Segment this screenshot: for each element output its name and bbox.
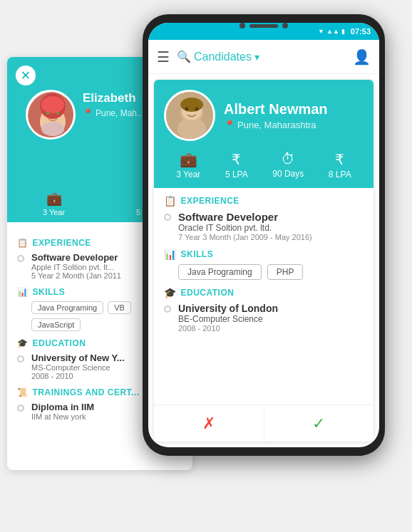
candidate-avatar bbox=[164, 90, 215, 141]
edu-content: University of London BE-Computer Science… bbox=[178, 303, 278, 333]
skills-section-icon: 📊 bbox=[164, 249, 177, 260]
education-icon: 🎓 bbox=[17, 338, 29, 348]
menu-icon[interactable]: ☰ bbox=[157, 48, 170, 66]
wifi-icon: ▼ bbox=[318, 28, 324, 35]
svg-point-5 bbox=[46, 112, 49, 115]
phone-inner: ▼ ▲▲ ▮ 07:53 ☰ 🔍 Candidates ▾ 👤 bbox=[148, 23, 379, 447]
stat-salary-value: 5 LPA bbox=[225, 169, 248, 179]
bg-degree: MS-Computer Science bbox=[31, 363, 125, 372]
svg-point-14 bbox=[195, 108, 199, 111]
reject-button[interactable]: ✗ bbox=[154, 405, 264, 442]
location-pin-icon: 📍 bbox=[83, 108, 93, 118]
education-section-title: 🎓 EDUCATION bbox=[164, 287, 364, 298]
svg-point-10 bbox=[177, 118, 206, 140]
phone-top bbox=[240, 23, 288, 28]
stat-exp-value: 3 Year bbox=[176, 169, 200, 179]
action-bar: ✗ ✓ bbox=[154, 405, 374, 442]
edu-timeline-dot bbox=[164, 306, 171, 313]
card-body: 📋 EXPERIENCE Software Developer Oracle I… bbox=[154, 188, 374, 405]
timeline-dot bbox=[17, 255, 24, 262]
chevron-down-icon[interactable]: ▾ bbox=[254, 51, 259, 63]
stat-experience: 💼 3 Year bbox=[176, 151, 200, 179]
bg-edu-years: 2008 - 2010 bbox=[31, 372, 125, 380]
education-section-icon: 🎓 bbox=[164, 287, 177, 298]
phone-camera-2 bbox=[282, 23, 288, 28]
skill-tag: VB bbox=[108, 301, 131, 314]
bg-training-institute: IIM at New york bbox=[31, 412, 94, 421]
rupee-icon-2: ₹ bbox=[335, 151, 344, 168]
experience-icon: 📋 bbox=[17, 238, 29, 248]
bg-university: University of New Y... bbox=[31, 353, 125, 363]
stat-notice: ⏱ 90 Days bbox=[272, 151, 304, 179]
clock-icon: ⏱ bbox=[281, 151, 295, 167]
search-bar[interactable]: 🔍 Candidates ▾ bbox=[177, 50, 346, 63]
bg-avatar bbox=[26, 90, 76, 140]
stat-notice-value: 90 Days bbox=[272, 169, 304, 179]
bg-exp-content: Software Developer Apple IT Soltion pvt.… bbox=[31, 252, 121, 280]
bg-stat-exp-value: 3 Year bbox=[43, 208, 65, 217]
bg-edu-content: University of New Y... MS-Computer Scien… bbox=[31, 353, 125, 380]
bg-training-name: Diploma in IIM bbox=[31, 402, 94, 412]
status-time: 07:53 bbox=[351, 27, 371, 36]
svg-point-13 bbox=[185, 108, 189, 111]
skill-tag: JavaScript bbox=[31, 318, 81, 331]
bg-duration: 5 Year 2 Month (Jan 2011 bbox=[31, 271, 121, 280]
location-pin-icon: 📍 bbox=[224, 120, 235, 130]
svg-point-4 bbox=[41, 96, 64, 113]
trainings-icon: 📜 bbox=[17, 387, 29, 397]
timeline-dot bbox=[17, 405, 24, 412]
candidates-title: Candidates bbox=[194, 51, 252, 63]
phone-camera bbox=[240, 23, 245, 28]
signal-icon: ▲▲ bbox=[326, 28, 339, 35]
svg-point-7 bbox=[41, 122, 64, 136]
search-icon: 🔍 bbox=[177, 50, 191, 63]
stat-expected-salary: ₹ 8 LPA bbox=[329, 151, 351, 179]
exp-content: Software Developer Oracle IT Soltion pvt… bbox=[178, 211, 312, 241]
job-duration: 7 Year 3 Month (Jan 2009 - May 2016) bbox=[178, 233, 312, 241]
stat-salary: ₹ 5 LPA bbox=[225, 151, 248, 179]
experience-section-icon: 📋 bbox=[164, 195, 177, 207]
card-name-area: Albert Newman 📍 Pune, Maharashtra bbox=[224, 101, 364, 130]
edu-item: University of London BE-Computer Science… bbox=[164, 303, 364, 333]
edu-years: 2008 - 2010 bbox=[178, 324, 278, 333]
exp-timeline-dot bbox=[164, 214, 171, 221]
bg-stat-experience: 💼 3 Year bbox=[43, 191, 65, 217]
bg-company: Apple IT Soltion pvt. lt... bbox=[31, 263, 121, 271]
job-title: Software Developer bbox=[178, 211, 312, 223]
status-icons: ▼ ▲▲ ▮ bbox=[318, 28, 345, 35]
skills-icon: 📊 bbox=[17, 287, 29, 297]
skills-row: Java Programing PHP bbox=[178, 264, 364, 280]
rupee-icon-1: ₹ bbox=[232, 151, 241, 168]
close-button[interactable]: × bbox=[16, 66, 36, 85]
experience-section-title: 📋 EXPERIENCE bbox=[164, 195, 364, 207]
accept-button[interactable]: ✓ bbox=[264, 405, 374, 442]
bg-job-title: Software Developer bbox=[31, 252, 121, 263]
university-name: University of London bbox=[178, 303, 278, 314]
skill-java: Java Programing bbox=[178, 264, 262, 280]
candidate-card: Albert Newman 📍 Pune, Maharashtra 💼 3 Ye… bbox=[154, 80, 374, 442]
stat-exp-salary-value: 8 LPA bbox=[329, 169, 351, 179]
svg-point-12 bbox=[180, 98, 203, 112]
exp-item: Software Developer Oracle IT Soltion pvt… bbox=[164, 211, 364, 241]
candidate-name: Albert Newman bbox=[224, 101, 364, 118]
card-stats: 💼 3 Year ₹ 5 LPA ⏱ 90 Days ₹ 8 LPA bbox=[154, 151, 374, 188]
briefcase-icon: 💼 bbox=[180, 151, 197, 168]
degree-name: BE-Computer Science bbox=[178, 314, 278, 324]
timeline-dot bbox=[17, 355, 24, 363]
card-header: Albert Newman 📍 Pune, Maharashtra bbox=[154, 80, 374, 151]
candidate-location: 📍 Pune, Maharashtra bbox=[224, 120, 364, 130]
briefcase-icon: 💼 bbox=[46, 191, 62, 207]
bg-training-content: Diploma in IIM IIM at New york bbox=[31, 402, 94, 421]
app-bar: ☰ 🔍 Candidates ▾ 👤 bbox=[148, 40, 379, 74]
skills-section-title: 📊 SKILLS bbox=[164, 249, 364, 260]
accept-icon: ✓ bbox=[312, 414, 325, 433]
phone-frame: ▼ ▲▲ ▮ 07:53 ☰ 🔍 Candidates ▾ 👤 bbox=[143, 14, 385, 456]
company-name: Oracle IT Soltion pvt. ltd. bbox=[178, 223, 312, 233]
skill-tag: Java Programing bbox=[31, 301, 103, 314]
svg-point-6 bbox=[56, 112, 59, 115]
profile-icon[interactable]: 👤 bbox=[353, 48, 371, 66]
skill-php: PHP bbox=[267, 264, 304, 280]
phone-speaker bbox=[249, 24, 278, 28]
battery-icon: ▮ bbox=[341, 28, 345, 35]
reject-icon: ✗ bbox=[202, 414, 215, 433]
